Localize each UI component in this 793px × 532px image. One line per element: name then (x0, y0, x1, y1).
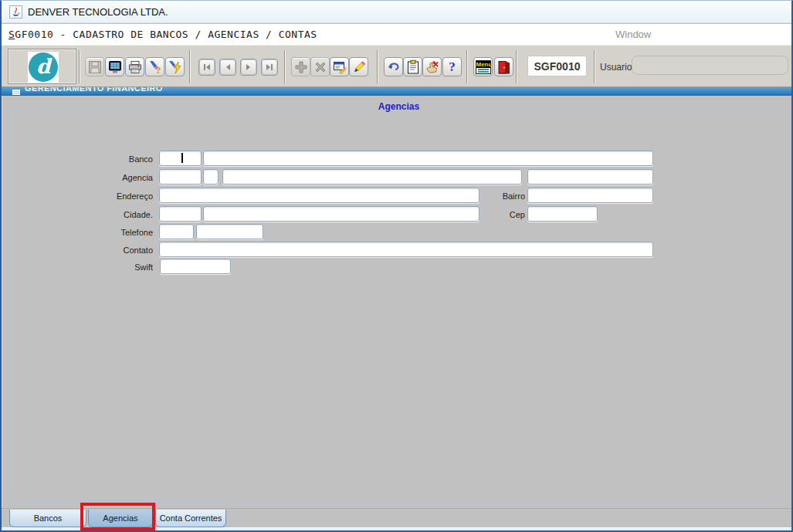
help-button[interactable]: ? (442, 57, 462, 76)
nav-next-button[interactable] (240, 59, 257, 76)
print-button[interactable] (125, 57, 144, 76)
mdi-frame-icon (12, 90, 20, 95)
endereco-input[interactable] (159, 188, 480, 203)
agencia-digito-input[interactable] (203, 169, 219, 185)
agencias-groupbox: Agencias (15, 107, 783, 501)
nav-last-icon (264, 62, 275, 73)
menu-icon: Menu (476, 60, 491, 74)
toolbar-separator (189, 50, 191, 83)
edit-pencil-button[interactable] (349, 57, 368, 76)
application-window: DENVER TECNOLOGIA LTDA. SGF0010 - CADAST… (0, 0, 793, 532)
help-icon: ? (449, 59, 456, 75)
config-help-icon: ? (147, 59, 163, 75)
endereco-label: Endereço (2, 191, 153, 201)
contato-label: Contato (2, 246, 153, 255)
agencia-label: Agencia (2, 173, 153, 182)
cidade-nome-input[interactable] (203, 206, 480, 222)
text-caret (181, 153, 183, 163)
usuario-label: Usuario (600, 62, 632, 73)
edit-pencil-icon (351, 59, 367, 75)
toolbar-separator (284, 50, 286, 83)
config-help-button[interactable]: ? (145, 57, 164, 76)
cidade-codigo-input[interactable] (159, 206, 202, 222)
toolbar-separator (377, 50, 378, 83)
banco-label: Banco (2, 154, 153, 164)
telefone-ddd-input[interactable] (159, 224, 194, 239)
toolbar-separator (594, 50, 595, 83)
annotation-highlight-box (80, 503, 155, 530)
exit-button[interactable] (494, 57, 513, 76)
undo-button[interactable] (384, 57, 403, 76)
mdi-frame-title: GERENCIAMENTO FINANCEIRO (25, 87, 163, 93)
paste-button[interactable] (403, 57, 422, 76)
paste-icon (405, 59, 421, 75)
contato-input[interactable] (159, 242, 653, 257)
swift-label: Swift (2, 263, 153, 272)
screen-button[interactable] (105, 57, 124, 76)
agencia-extra-input[interactable] (527, 169, 653, 185)
tab-bancos[interactable]: Bancos (9, 510, 86, 527)
groupbox-title: Agencias (371, 101, 427, 112)
program-code-box: SGF0010 (527, 56, 587, 76)
usuario-input[interactable] (632, 56, 788, 75)
title-bar: DENVER TECNOLOGIA LTDA. (2, 1, 791, 23)
menu-button[interactable]: Menu (473, 57, 493, 76)
bairro-input[interactable] (527, 188, 653, 203)
nav-first-icon (202, 62, 212, 73)
config-run-button[interactable] (165, 57, 185, 76)
nav-next-icon (243, 62, 254, 73)
toolbar: d (2, 45, 791, 87)
logo-panel: d (8, 49, 76, 84)
bairro-label: Bairro (466, 191, 525, 201)
denver-logo: d (28, 52, 59, 83)
save-icon (87, 59, 103, 75)
menu-item-window[interactable]: Window (615, 29, 651, 40)
screen-icon (107, 59, 123, 75)
search-window-icon (332, 59, 347, 75)
menu-bar: SGF0010 - CADASTRO DE BANCOS / AGENCIAS … (2, 24, 791, 45)
form-panel: Agencias Banco Agencia Endereço Bairro C… (2, 96, 791, 508)
telefone-label: Telefone (2, 228, 153, 237)
swift-input[interactable] (160, 259, 231, 274)
cep-label: Cep (466, 210, 525, 219)
window-title: DENVER TECNOLOGIA LTDA. (28, 6, 168, 18)
undo-icon (386, 59, 402, 75)
svg-text:?: ? (156, 64, 161, 75)
tab-conta-correntes[interactable]: Conta Correntes (155, 510, 226, 527)
add-icon (293, 59, 309, 75)
toolbar-separator (466, 50, 468, 83)
delete-button[interactable] (310, 57, 330, 76)
config-run-icon (168, 59, 183, 75)
agencia-codigo-input[interactable] (159, 169, 202, 185)
save-button[interactable] (85, 57, 104, 76)
java-icon (9, 5, 22, 19)
search-window-button[interactable] (330, 57, 349, 76)
banco-codigo-input[interactable] (159, 151, 202, 166)
nav-prev-button[interactable] (219, 59, 236, 76)
telefone-numero-input[interactable] (196, 224, 263, 239)
add-button[interactable] (291, 57, 310, 76)
cep-input[interactable] (527, 206, 598, 222)
exit-door-icon (496, 59, 512, 75)
delete-icon (313, 59, 328, 75)
nav-last-button[interactable] (261, 59, 278, 76)
agencia-nome-input[interactable] (222, 169, 522, 185)
nav-prev-icon (222, 62, 233, 73)
mdi-frame-titlebar[interactable]: GERENCIAMENTO FINANCEIRO (2, 87, 791, 96)
banco-nome-input[interactable] (203, 151, 653, 166)
menu-item-sgf0010[interactable]: SGF0010 - CADASTRO DE BANCOS / AGENCIAS … (8, 29, 317, 40)
toolbar-separator (516, 50, 517, 83)
hand-block-icon (425, 59, 440, 75)
cidade-label: Cidade. (2, 210, 153, 219)
toolbar-separator (79, 50, 80, 83)
print-icon (127, 59, 143, 75)
nav-first-button[interactable] (198, 59, 215, 76)
hand-block-button[interactable] (422, 57, 442, 76)
